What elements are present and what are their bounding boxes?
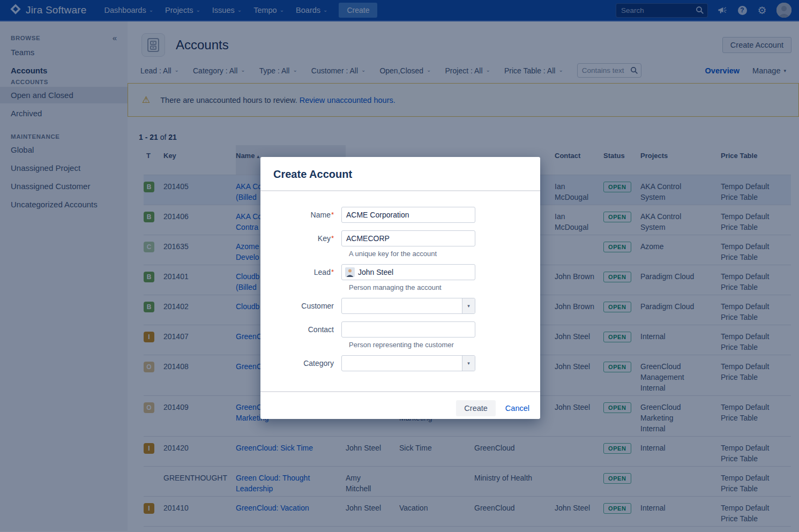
category-label: Category	[260, 359, 341, 368]
modal-title: Create Account	[273, 168, 352, 180]
required-asterisk: *	[331, 234, 334, 242]
key-helper-text: A unique key for the account	[349, 250, 540, 258]
required-asterisk: *	[331, 268, 334, 276]
lead-helper-text: Person managing the account	[349, 283, 540, 291]
category-field[interactable]	[341, 355, 475, 371]
category-dropdown-button[interactable]: ▾	[462, 356, 475, 371]
create-account-modal: Create Account Name* Key* A unique key f…	[260, 157, 540, 419]
customer-dropdown-button[interactable]: ▾	[462, 298, 475, 313]
modal-create-button[interactable]: Create	[456, 400, 496, 416]
customer-label: Customer	[260, 302, 341, 310]
lead-field[interactable]	[341, 264, 475, 280]
name-field[interactable]	[341, 207, 475, 223]
modal-cancel-link[interactable]: Cancel	[505, 404, 529, 413]
contact-label: Contact	[260, 325, 341, 334]
contact-field[interactable]	[341, 321, 475, 338]
lead-label: Lead*	[260, 268, 341, 276]
required-asterisk: *	[331, 211, 334, 219]
name-label: Name*	[260, 211, 341, 219]
contact-helper-text: Person representing the customer	[349, 341, 540, 349]
key-label: Key*	[260, 234, 341, 243]
lead-avatar	[345, 267, 355, 279]
key-field[interactable]	[341, 230, 475, 246]
customer-field[interactable]	[341, 298, 475, 314]
